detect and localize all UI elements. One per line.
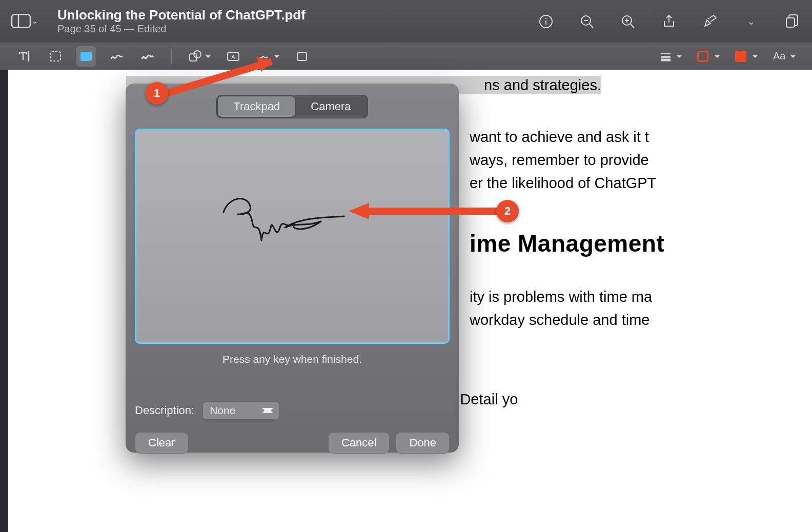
border-color-swatch [697,51,708,62]
document-title: Unlocking the Potential of ChatGPT.pdf [57,8,306,23]
svg-rect-12 [786,18,795,27]
text-selection-tool[interactable] [14,46,35,67]
signature-canvas[interactable] [135,129,450,344]
annotation-arrow-2 [349,200,513,226]
page-gutter [0,70,8,532]
zoom-out-button[interactable] [578,13,596,30]
signature-stroke [218,192,352,253]
markup-button[interactable] [701,13,719,30]
share-button[interactable] [660,13,678,30]
svg-rect-14 [50,52,60,61]
fill-color-swatch [735,51,746,62]
svg-point-4 [545,17,546,18]
done-button[interactable]: Done [396,432,450,454]
annotation-badge-2: 2 [496,200,519,222]
chevron-down-icon: ⌄ [32,17,38,25]
svg-marker-25 [349,203,369,219]
sketch-tool[interactable] [107,46,127,67]
annotation-badge-1: 1 [146,82,168,105]
svg-line-6 [590,24,593,28]
copy-button[interactable] [783,13,801,30]
info-button[interactable] [537,13,555,30]
description-select[interactable]: None [202,401,279,420]
tab-camera[interactable]: Camera [295,96,366,117]
border-color-menu[interactable] [694,46,722,67]
document-subtitle: Page 35 of 45 — Edited [57,23,306,35]
markup-menu-chevron[interactable]: ⌄ [742,13,760,30]
redact-tool[interactable] [76,46,96,67]
signature-popover: Trackpad Camera Press any key when finis… [126,84,459,453]
line-style-menu[interactable] [656,46,684,67]
svg-rect-0 [12,14,30,28]
clear-button[interactable]: Clear [135,432,189,454]
fill-color-menu[interactable] [732,46,760,67]
svg-rect-20 [297,52,307,60]
zoom-in-button[interactable] [619,13,637,30]
description-label: Description: [135,404,194,417]
note-tool[interactable] [292,46,312,67]
annotation-arrow-1 [154,56,292,103]
window-titlebar: ⌄ Unlocking the Potential of ChatGPT.pdf… [0,0,812,43]
svg-rect-15 [80,52,92,61]
markup-toolbar: A Aa [0,43,812,70]
svg-line-9 [631,24,634,28]
text-style-label: Aa [773,50,785,62]
font-style-menu[interactable]: Aa [770,46,798,67]
rectangular-selection-tool[interactable] [45,46,66,67]
sidebar-toggle-button[interactable]: ⌄ [11,14,38,28]
signature-hint: Press any key when finished. [135,353,450,365]
cancel-button[interactable]: Cancel [328,432,390,454]
